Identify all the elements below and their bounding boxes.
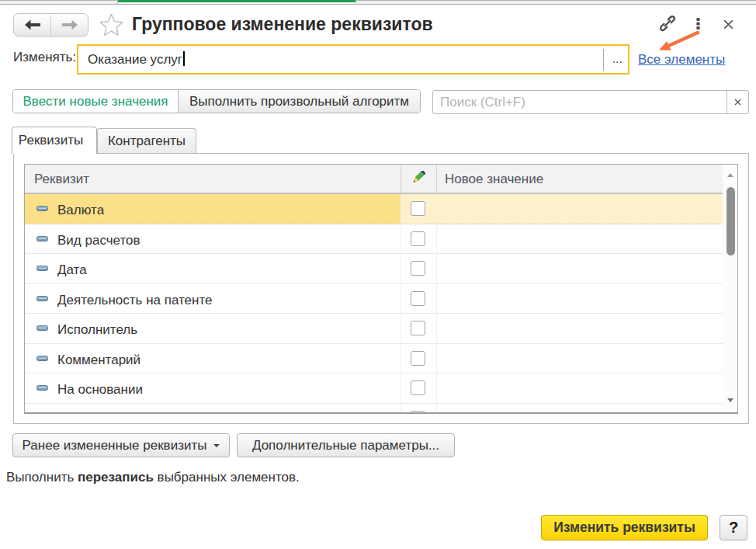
table-row[interactable]: На основании: [25, 374, 723, 404]
chain-link-icon: [657, 13, 678, 33]
attribute-icon: [36, 266, 48, 271]
note-prefix: Выполнить: [6, 470, 78, 485]
attribute-icon: [36, 385, 48, 391]
arrow-left-icon: [24, 19, 41, 30]
row-checkbox[interactable]: [411, 321, 425, 335]
attribute-name: Комментарий: [57, 344, 140, 374]
tab-attributes[interactable]: Реквизиты: [12, 127, 97, 154]
row-checkbox[interactable]: [411, 201, 425, 216]
choice-ellipsis-button[interactable]: ...: [612, 52, 622, 66]
dropdown-caret-icon: [213, 444, 220, 447]
table-row[interactable]: Деятельность на патенте: [25, 284, 723, 314]
active-tab-green-indicator: [118, 0, 355, 2]
get-link-button[interactable]: [657, 13, 678, 33]
table-row[interactable]: Исполнитель: [25, 314, 723, 344]
apply-button[interactable]: Изменить реквизиты: [541, 515, 708, 540]
row-checkbox[interactable]: [411, 351, 425, 366]
rewrite-note: Выполнить перезапись выбранных элементов…: [6, 470, 300, 485]
selected-row-highlight: [401, 194, 723, 224]
change-target-label: Изменять:: [13, 50, 76, 65]
column-header-new-value[interactable]: Новое значение: [445, 165, 543, 193]
attribute-name: Дата: [57, 254, 87, 283]
run-algorithm-button[interactable]: Выполнить произвольный алгоритм: [179, 90, 420, 113]
table-row[interactable]: Вид расчетов: [25, 224, 723, 255]
enter-values-button[interactable]: Ввести новые значения: [13, 90, 178, 113]
attribute-name: На основании: [57, 374, 143, 403]
scrollbar-down-arrow[interactable]: [727, 398, 733, 402]
row-checkbox[interactable]: [411, 261, 425, 276]
forward-button[interactable]: [51, 14, 88, 36]
row-checkbox[interactable]: [411, 231, 425, 246]
nav-history-group: [13, 13, 88, 36]
scrollbar-thumb[interactable]: [727, 187, 735, 255]
tab-strip-border: [0, 4, 756, 5]
attribute-name: Вид расчетов: [57, 224, 140, 254]
row-checkbox[interactable]: [411, 291, 425, 306]
column-divider: [401, 194, 401, 412]
additional-params-button[interactable]: Дополнительные параметры...: [237, 433, 455, 457]
close-button[interactable]: [724, 20, 733, 29]
row-checkbox[interactable]: [411, 380, 425, 395]
note-bold-word: перезапись: [78, 470, 154, 485]
column-divider: [436, 194, 437, 412]
table-row[interactable]: Дата: [25, 254, 723, 284]
change-target-value: Оказание услуг: [88, 51, 185, 68]
clear-x-icon: [734, 99, 741, 106]
change-target-text: Оказание услуг: [88, 52, 182, 67]
favorite-star-icon[interactable]: [99, 13, 123, 40]
pencil-icon[interactable]: [409, 171, 425, 187]
attribute-icon: [36, 296, 48, 301]
table-row[interactable]: Валюта: [25, 194, 723, 224]
arrow-right-icon: [61, 19, 78, 30]
tab-counterparties[interactable]: Контрагенты: [97, 128, 196, 153]
back-button[interactable]: [14, 14, 50, 36]
help-button[interactable]: ?: [720, 515, 747, 540]
attribute-icon: [36, 236, 48, 241]
choice-separator: [603, 49, 604, 71]
close-x-icon: [724, 20, 733, 29]
all-elements-link[interactable]: Все элементы: [638, 52, 725, 68]
table-row[interactable]: Комментарий: [25, 344, 723, 374]
attribute-icon: [36, 325, 48, 331]
row-checkbox[interactable]: [411, 411, 425, 412]
scrollbar-up-arrow[interactable]: [727, 173, 733, 177]
mode-switch-group: Ввести новые значения Выполнить произвол…: [12, 89, 421, 113]
search-input[interactable]: Поиск (Ctrl+F): [432, 90, 749, 114]
search-placeholder: Поиск (Ctrl+F): [440, 95, 525, 110]
previously-changed-button[interactable]: Ранее измененные реквизиты: [12, 433, 230, 457]
additional-params-label: Дополнительные параметры...: [252, 438, 439, 453]
group-attribute-change-window: Групповое изменение реквизитов Изменять:…: [0, 0, 756, 549]
search-clear-button[interactable]: [727, 91, 748, 113]
attribute-icon: [36, 206, 48, 211]
previously-changed-label: Ранее измененные реквизиты: [23, 438, 207, 453]
table-body: Валюта Вид расчетов Дата Деятельность на…: [25, 194, 737, 412]
table-row[interactable]: [25, 404, 723, 413]
kebab-icon: [696, 18, 700, 30]
attributes-table: Реквизит Новое значение: [24, 164, 738, 414]
attribute-name: Валюта: [57, 194, 104, 224]
column-header-attribute[interactable]: Реквизит: [34, 165, 89, 193]
note-suffix: выбранных элементов.: [154, 470, 300, 485]
change-target-field[interactable]: Оказание услуг ...: [77, 44, 629, 75]
column-divider: [436, 165, 437, 193]
attribute-icon: [36, 356, 48, 361]
attribute-name: Исполнитель: [57, 314, 137, 343]
column-divider: [401, 165, 401, 193]
attribute-name: Деятельность на патенте: [57, 284, 212, 314]
text-caret: [183, 51, 185, 66]
page-title: Групповое изменение реквизитов: [132, 14, 433, 35]
table-header: Реквизит Новое значение: [25, 165, 737, 194]
more-menu-button[interactable]: [696, 18, 700, 30]
